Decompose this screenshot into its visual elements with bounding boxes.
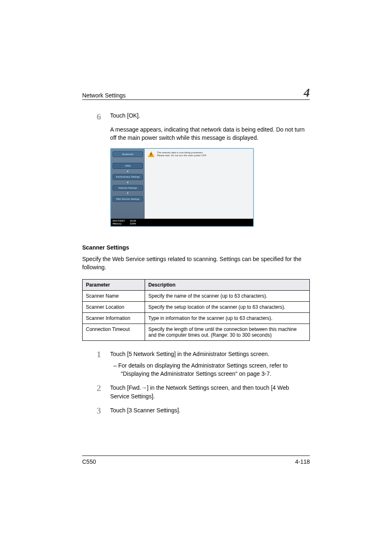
step-number-6: 6: [82, 111, 110, 122]
status-memory-label: Memory: [113, 222, 125, 225]
footer-model: C550: [82, 458, 96, 465]
step-number-2: 2: [82, 384, 110, 400]
footer-page: 4-118: [295, 458, 310, 465]
device-screenshot: Bookmark Utility ▾ Administrator Setting…: [110, 148, 254, 227]
warning-icon: [148, 151, 154, 157]
step-number-3: 3: [82, 406, 110, 415]
status-date: 04/17/2007: [113, 220, 125, 222]
step-number-1: 1: [82, 350, 110, 378]
step-6-note: A message appears, indicating that netwo…: [110, 125, 310, 142]
step-1-subnote: For details on displaying the Administra…: [110, 361, 310, 378]
table-header-parameter: Parameter: [83, 279, 145, 290]
arrow-down-icon: ▾: [113, 192, 143, 194]
table-header-description: Description: [145, 279, 310, 290]
table-row: Scanner Name Specify the name of the sca…: [83, 290, 310, 301]
step-1-text: Touch [5 Network Setting] in the Adminis…: [110, 350, 310, 358]
admin-settings-button: Administrator Settings: [113, 174, 143, 180]
status-time: 18:35: [130, 220, 136, 222]
network-settings-button: Network Settings: [113, 185, 143, 191]
step-6-instruction: Touch [OK].: [110, 111, 140, 120]
chapter-number: 4: [304, 86, 310, 99]
table-row: Connection Timeout Specify the length of…: [83, 324, 310, 340]
utility-button: Utility: [113, 163, 143, 169]
scanner-settings-heading: Scanner Settings: [82, 244, 310, 251]
step-2-text: Touch [Fwd.→] in the Network Settings sc…: [110, 384, 310, 400]
scanner-settings-intro: Specify the Web Service settings related…: [82, 255, 310, 272]
running-header: Network Settings: [82, 92, 126, 99]
arrow-down-icon: ▾: [113, 171, 143, 172]
status-memory-value: 100%: [130, 222, 136, 225]
table-row: Scanner Location Specify the setup locat…: [83, 301, 310, 312]
table-row: Scanner Information Type in information …: [83, 312, 310, 324]
parameter-table: Parameter Description Scanner Name Speci…: [82, 279, 310, 341]
arrow-down-icon: ▾: [113, 182, 143, 183]
step-3-text: Touch [3 Scanner Settings].: [110, 406, 180, 415]
bookmark-button: Bookmark: [113, 151, 143, 157]
web-service-settings-button: Web Service Settings: [113, 196, 143, 202]
warning-line-1: The network data is now being processed.: [157, 151, 207, 154]
warning-line-2: Please wait. Do not turn the main power …: [157, 154, 207, 157]
